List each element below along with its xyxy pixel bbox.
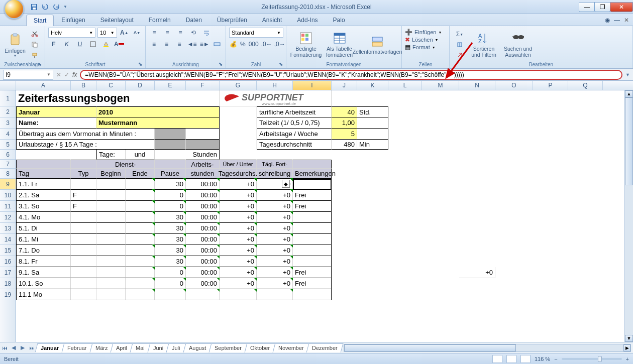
font-name-combo[interactable]: Helv▼ xyxy=(48,28,95,38)
cell-typ[interactable] xyxy=(71,289,96,300)
cell-tag[interactable]: 8.1. Fr xyxy=(16,256,71,267)
tarif-value[interactable]: 40 xyxy=(332,106,357,117)
cell-ueber[interactable]: +0 xyxy=(220,256,257,267)
cell[interactable] xyxy=(126,201,155,212)
page-layout-view-button[interactable] xyxy=(506,355,516,363)
cell-pause[interactable] xyxy=(155,289,186,300)
cell-bemerkung[interactable] xyxy=(293,179,332,190)
cell-arbeit[interactable]: 00:00 xyxy=(186,234,220,245)
alignment-launcher-icon[interactable]: ⬊ xyxy=(219,61,225,67)
cell-bemerkung[interactable] xyxy=(293,289,332,300)
row-header-9[interactable]: 9 xyxy=(0,179,16,190)
cell-tag[interactable]: 1.1. Fr xyxy=(16,179,71,190)
ribbon-tab-überprüfen[interactable]: Überprüfen xyxy=(209,14,255,26)
accept-formula-icon[interactable]: ✓ xyxy=(64,71,69,78)
office-button[interactable] xyxy=(4,0,24,19)
cell-pause[interactable]: 0 xyxy=(155,190,186,201)
zoom-slider[interactable] xyxy=(562,358,622,360)
hdr-dienst[interactable]: Dienst- xyxy=(96,160,155,169)
italic-button[interactable]: K xyxy=(61,39,72,49)
ribbon-tab-formeln[interactable]: Formeln xyxy=(141,14,178,26)
tarif-unit[interactable]: Std. xyxy=(357,106,388,117)
cell-arbeit[interactable]: 00:00 xyxy=(186,190,220,201)
cell-bemerkung[interactable]: Frei xyxy=(293,190,332,201)
align-center-button[interactable]: ≡ xyxy=(161,39,172,49)
hdr-Tag[interactable]: Tag xyxy=(16,169,71,179)
cell[interactable] xyxy=(186,140,220,150)
select-all-button[interactable] xyxy=(0,81,16,90)
merge-button[interactable] xyxy=(212,39,223,49)
cell-ueber[interactable]: +0 xyxy=(220,267,257,278)
cell[interactable] xyxy=(126,256,155,267)
align-middle-button[interactable]: ≡ xyxy=(162,28,173,38)
cell[interactable] xyxy=(126,212,155,223)
cell[interactable] xyxy=(16,160,71,169)
uebertrag-label[interactable]: Übertrag aus dem Vormonat in Minuten : xyxy=(16,129,155,140)
hdr-schreibung[interactable]: schreibung xyxy=(257,169,293,179)
cell-tag[interactable]: 4.1. Mo xyxy=(16,212,71,223)
col-header-A[interactable]: A xyxy=(16,81,71,90)
cell-typ[interactable]: F xyxy=(71,201,96,212)
insert-cells-button[interactable]: ➕Einfügen▼ xyxy=(405,29,446,36)
align-left-button[interactable]: ≡ xyxy=(149,39,159,49)
cell[interactable] xyxy=(126,190,155,201)
cell-typ[interactable] xyxy=(71,256,96,267)
col-header-J[interactable]: J xyxy=(332,81,357,90)
cell-arbeit[interactable]: 00:00 xyxy=(186,278,220,289)
qat-dropdown-icon[interactable]: ▼ xyxy=(63,5,67,9)
cell[interactable] xyxy=(293,160,332,169)
cell-arbeit[interactable]: 00:00 xyxy=(186,223,220,234)
cell-pause[interactable]: 0 xyxy=(155,267,186,278)
cell-bemerkung[interactable] xyxy=(293,223,332,234)
cell-typ[interactable] xyxy=(71,278,96,289)
close-button[interactable]: ✕ xyxy=(610,2,633,12)
row-header-2[interactable]: 2 xyxy=(0,106,16,117)
cell[interactable] xyxy=(126,267,155,278)
cell[interactable] xyxy=(96,245,126,256)
bold-button[interactable]: F xyxy=(48,39,59,49)
cell-bemerkung[interactable]: Frei xyxy=(293,278,332,289)
vscroll-thumb[interactable] xyxy=(625,97,633,185)
cell-fort[interactable]: +0 xyxy=(257,245,293,256)
ribbon-tab-seitenlayout[interactable]: Seitenlayout xyxy=(93,14,141,26)
year-value[interactable]: 2010 xyxy=(96,106,220,117)
cell-bemerkung[interactable]: Frei xyxy=(293,201,332,212)
scroll-right-button[interactable]: ▶ xyxy=(623,344,630,351)
save-icon[interactable] xyxy=(30,3,38,11)
cell[interactable] xyxy=(357,117,388,129)
hdr-Bemerkungen[interactable]: Bemerkungen xyxy=(293,169,332,179)
cell-arbeit[interactable]: 00:00 xyxy=(186,212,220,223)
col-header-G[interactable]: G xyxy=(220,81,257,90)
cell-typ[interactable] xyxy=(71,234,96,245)
increase-font-button[interactable]: A▲ xyxy=(119,28,130,38)
wrap-text-button[interactable] xyxy=(201,28,212,38)
row-header-7[interactable]: 7 xyxy=(0,160,16,169)
col-header-K[interactable]: K xyxy=(357,81,388,90)
cell-pause[interactable]: 30 xyxy=(155,256,186,267)
cell[interactable] xyxy=(96,289,126,300)
col-header-E[interactable]: E xyxy=(155,81,186,90)
row-header-17[interactable]: 17 xyxy=(0,267,16,278)
number-format-combo[interactable]: Standard▼ xyxy=(229,28,283,38)
cell-fort[interactable]: +0 xyxy=(257,212,293,223)
cell[interactable] xyxy=(96,212,126,223)
durchschnitt-unit[interactable]: Min xyxy=(357,140,388,150)
sheet-tab-märz[interactable]: März xyxy=(89,343,113,352)
durchschnitt-label[interactable]: Tagesdurchschnitt xyxy=(257,140,332,150)
sheet-tab-april[interactable]: April xyxy=(111,343,133,352)
sheet-tab-juni[interactable]: Juni xyxy=(147,343,169,352)
row-header-19[interactable]: 19 xyxy=(0,289,16,300)
cell[interactable] xyxy=(96,278,126,289)
cell-pause[interactable]: 0 xyxy=(155,201,186,212)
cell[interactable] xyxy=(96,267,126,278)
cell-fort[interactable]: +0 xyxy=(257,256,293,267)
ribbon-minimize-icon[interactable]: — xyxy=(614,17,620,24)
cell-fort[interactable] xyxy=(257,289,293,300)
cell-arbeit[interactable]: 00:00 xyxy=(186,245,220,256)
prev-sheet-button[interactable]: ◀ xyxy=(9,343,18,352)
cell-bemerkung[interactable] xyxy=(293,245,332,256)
fx-icon[interactable]: fx xyxy=(72,71,77,78)
expand-formula-icon[interactable]: ▼ xyxy=(625,72,630,77)
font-launcher-icon[interactable]: ⬊ xyxy=(138,61,144,67)
cell[interactable] xyxy=(96,234,126,245)
